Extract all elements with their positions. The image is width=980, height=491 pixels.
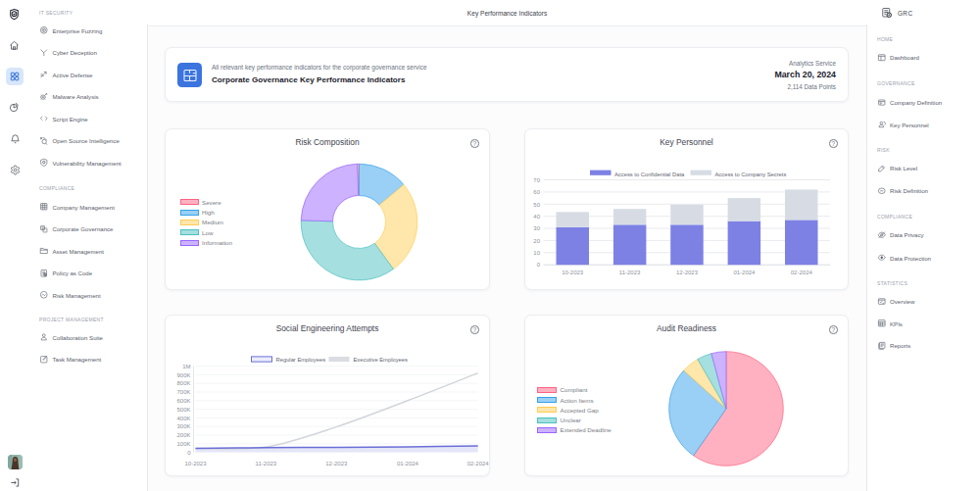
svg-text:12-2023: 12-2023 <box>325 461 348 466</box>
svg-text:900K: 900K <box>176 372 190 378</box>
svg-text:01-2024: 01-2024 <box>397 461 419 466</box>
svg-text:50: 50 <box>533 202 540 208</box>
svg-text:700K: 700K <box>176 389 190 395</box>
svg-text:300K: 300K <box>176 423 190 429</box>
svg-text:60: 60 <box>533 189 540 195</box>
svg-text:Access to Confidential Data: Access to Confidential Data <box>614 172 685 177</box>
svg-text:Access to Company Secrets: Access to Company Secrets <box>715 172 787 177</box>
svg-text:70: 70 <box>533 177 540 183</box>
svg-text:02-2024: 02-2024 <box>791 270 813 275</box>
svg-text:200K: 200K <box>176 432 190 438</box>
svg-text:10-2023: 10-2023 <box>562 270 584 275</box>
svg-text:0: 0 <box>187 450 191 456</box>
svg-text:11-2023: 11-2023 <box>256 461 277 466</box>
svg-text:600K: 600K <box>176 398 190 404</box>
svg-text:10: 10 <box>533 250 540 256</box>
svg-text:30: 30 <box>533 225 540 231</box>
svg-text:800K: 800K <box>176 380 190 386</box>
svg-text:01-2024: 01-2024 <box>733 270 756 275</box>
svg-text:11-2023: 11-2023 <box>619 270 641 275</box>
svg-text:Executive Employees: Executive Employees <box>354 357 409 363</box>
svg-text:20: 20 <box>533 238 540 244</box>
svg-text:0: 0 <box>537 262 541 268</box>
svg-text:400K: 400K <box>176 416 190 421</box>
svg-text:Regular Employees: Regular Employees <box>276 357 326 363</box>
svg-text:500K: 500K <box>176 407 190 413</box>
svg-text:12-2023: 12-2023 <box>676 270 699 275</box>
svg-text:1M: 1M <box>182 364 190 369</box>
svg-text:10-2023: 10-2023 <box>184 461 207 466</box>
svg-text:02-2024: 02-2024 <box>467 461 490 466</box>
svg-text:100K: 100K <box>176 441 190 447</box>
svg-text:40: 40 <box>533 214 540 220</box>
